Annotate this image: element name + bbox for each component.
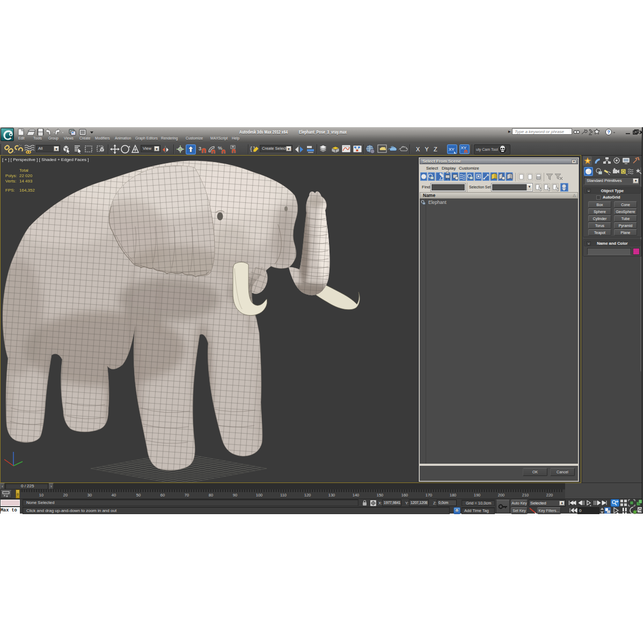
- svg-text:200: 200: [498, 493, 505, 497]
- svg-text:190: 190: [474, 493, 481, 497]
- svg-text:210: 210: [522, 493, 529, 497]
- svg-text:XY: XY: [460, 145, 466, 150]
- svg-text:110: 110: [280, 493, 287, 497]
- svg-text:%: %: [218, 145, 222, 151]
- svg-text:160: 160: [401, 493, 408, 497]
- svg-text:170: 170: [426, 493, 433, 497]
- svg-text:50: 50: [136, 493, 141, 497]
- svg-text:40: 40: [112, 493, 116, 497]
- svg-text:140: 140: [353, 493, 360, 497]
- svg-text:60: 60: [160, 493, 165, 497]
- svg-text:X Y Z: X Y Z: [416, 146, 437, 152]
- svg-text:20: 20: [63, 493, 68, 497]
- svg-text:XY: XY: [449, 147, 455, 152]
- svg-text:150: 150: [377, 493, 384, 497]
- svg-text:100: 100: [256, 493, 263, 497]
- svg-text:80: 80: [209, 493, 213, 497]
- svg-text:220: 220: [546, 493, 553, 497]
- svg-text:3: 3: [199, 146, 201, 151]
- svg-text:30: 30: [87, 493, 92, 497]
- svg-text:130: 130: [328, 493, 335, 497]
- svg-text:70: 70: [185, 493, 189, 497]
- svg-text:90: 90: [233, 493, 237, 497]
- svg-text:10: 10: [39, 493, 43, 497]
- svg-text:180: 180: [450, 493, 457, 497]
- svg-text:120: 120: [304, 493, 311, 497]
